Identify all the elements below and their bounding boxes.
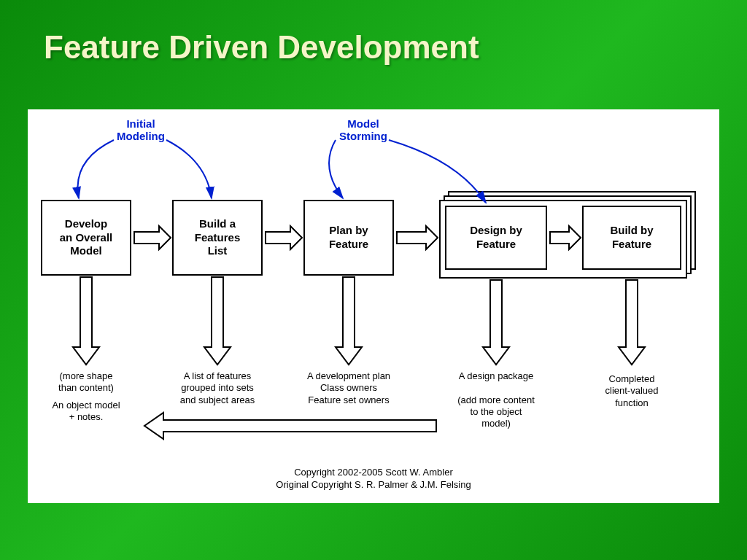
output-develop-b: An object model+ notes. — [34, 400, 139, 424]
arrows-overlay — [28, 109, 719, 503]
box-plan-by-feature: Plan byFeature — [303, 200, 394, 276]
output-features-list: A list of featuresgrouped into setsand s… — [165, 370, 270, 406]
copyright-text: Copyright 2002-2005 Scott W. AmblerOrigi… — [28, 467, 719, 491]
box-design-by-feature: Design byFeature — [445, 206, 547, 270]
annotation-model-storming: ModelStorming — [334, 118, 392, 142]
box-develop-overall-model: Developan OverallModel — [41, 200, 131, 276]
output-design: A design package (add more contentto the… — [445, 370, 547, 429]
diagram-canvas: InitialModeling ModelStorming Developan … — [28, 109, 719, 503]
box-build-by-feature: Build byFeature — [582, 206, 681, 270]
output-plan: A development planClass ownersFeature se… — [296, 370, 401, 406]
output-build: Completedclient-valuedfunction — [582, 373, 681, 409]
annotation-initial-modeling: InitialModeling — [112, 118, 170, 142]
box-build-features-list: Build aFeaturesList — [172, 200, 263, 276]
slide-title: Feature Driven Development — [0, 0, 747, 66]
output-develop-a: (more shapethan content) — [34, 370, 139, 394]
